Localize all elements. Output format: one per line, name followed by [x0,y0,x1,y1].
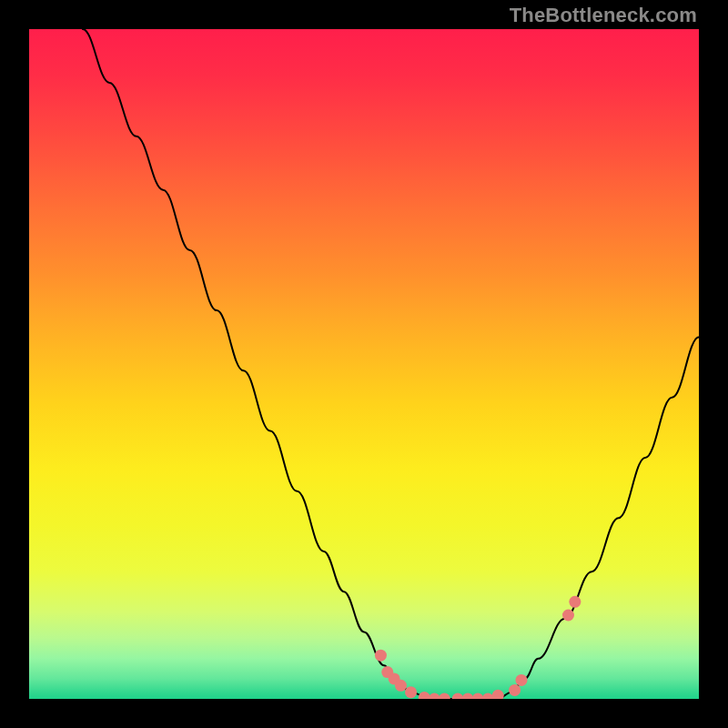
chart-svg [29,29,699,699]
plot-area [29,29,699,699]
scatter-dot [405,686,417,698]
scatter-dot [515,674,527,686]
curve-line [83,29,699,699]
scatter-dots [375,596,581,699]
scatter-dot [492,690,504,699]
scatter-dot [452,693,464,700]
scatter-dot [509,684,521,696]
chart-stage: TheBottleneck.com [0,0,728,728]
scatter-dot [395,680,407,692]
scatter-dot [375,650,387,662]
scatter-dot [472,693,484,700]
scatter-dot [569,596,581,608]
scatter-dot [562,610,574,622]
scatter-dot [419,692,430,699]
scatter-dot [429,693,440,700]
scatter-dot [439,693,450,700]
watermark-text: TheBottleneck.com [510,4,697,27]
scatter-dot [462,693,474,700]
scatter-dot [482,693,494,700]
